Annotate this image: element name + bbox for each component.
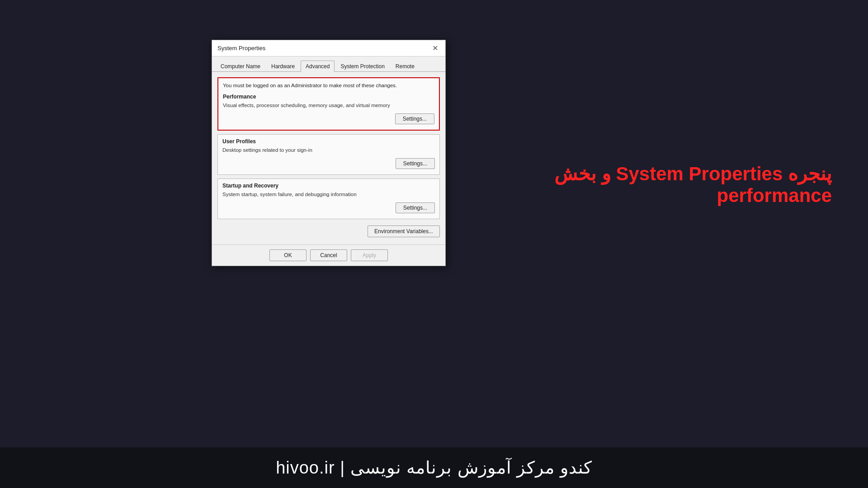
tab-hardware[interactable]: Hardware (266, 61, 300, 72)
environment-variables-button[interactable]: Environment Variables... (368, 225, 440, 237)
close-button[interactable]: ✕ (430, 43, 440, 53)
ok-button[interactable]: OK (269, 249, 307, 261)
apply-button[interactable]: Apply (351, 249, 388, 261)
annotation-line1: پنجره System Properties و بخش (554, 163, 832, 185)
startup-recovery-title: Startup and Recovery (222, 183, 435, 189)
bottom-bar: کندو مرکز آموزش برنامه نویسی | hivoo.ir (0, 447, 868, 488)
bottom-text: کندو مرکز آموزش برنامه نویسی | hivoo.ir (276, 458, 592, 478)
startup-recovery-settings-button[interactable]: Settings... (396, 202, 435, 213)
user-profiles-desc: Desktop settings related to your sign-in (222, 146, 435, 154)
dialog-title: System Properties (217, 45, 265, 52)
tab-remote[interactable]: Remote (391, 61, 420, 72)
env-variables-row: Environment Variables... (217, 223, 440, 239)
dialog-content: You must be logged on as an Administrato… (212, 72, 445, 244)
user-profiles-section: User Profiles Desktop settings related t… (217, 134, 440, 175)
right-annotation: پنجره System Properties و بخش performanc… (554, 163, 832, 206)
tab-advanced[interactable]: Advanced (301, 61, 335, 72)
cancel-button[interactable]: Cancel (310, 249, 347, 261)
system-properties-dialog: System Properties ✕ Computer Name Hardwa… (212, 40, 446, 266)
performance-title: Performance (223, 94, 434, 100)
startup-recovery-section: Startup and Recovery System startup, sys… (217, 178, 440, 219)
dialog-footer: OK Cancel Apply (212, 244, 445, 266)
user-profiles-settings-button[interactable]: Settings... (396, 158, 435, 169)
tab-computer-name[interactable]: Computer Name (216, 61, 265, 72)
annotation-line2: performance (554, 185, 832, 206)
performance-section: You must be logged on as an Administrato… (217, 77, 440, 131)
startup-recovery-desc: System startup, system failure, and debu… (222, 191, 435, 198)
admin-notice: You must be logged on as an Administrato… (223, 82, 434, 89)
tab-system-protection[interactable]: System Protection (335, 61, 389, 72)
performance-settings-button[interactable]: Settings... (395, 113, 434, 124)
user-profiles-title: User Profiles (222, 138, 435, 145)
performance-desc: Visual effects, processor scheduling, me… (223, 102, 434, 109)
title-bar: System Properties ✕ (212, 40, 445, 56)
tabs-container: Computer Name Hardware Advanced System P… (212, 56, 445, 72)
